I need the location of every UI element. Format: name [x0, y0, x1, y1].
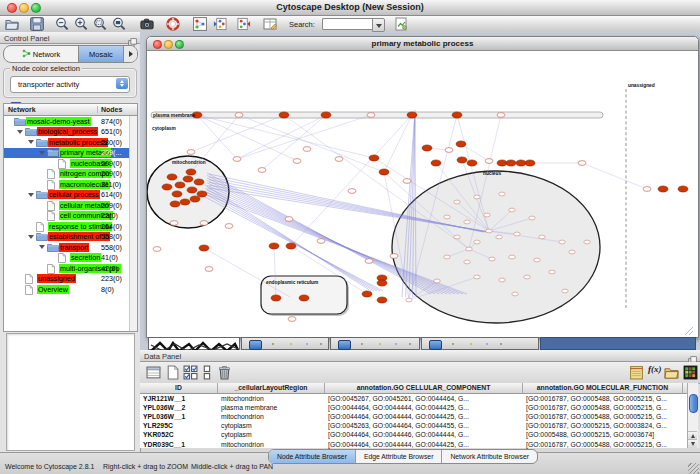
column-header[interactable]: annotation.GO MOLECULAR_FUNCTION: [523, 383, 683, 393]
window-titlebar[interactable]: Cytoscape Desktop (New Session): [0, 0, 700, 16]
selected-node[interactable]: [299, 295, 309, 301]
node[interactable]: [497, 113, 505, 118]
background-window[interactable]: [540, 337, 696, 350]
network-list-header[interactable]: Network Nodes: [4, 104, 137, 116]
edge[interactable]: [191, 115, 284, 152]
selected-node[interactable]: [422, 145, 432, 151]
node[interactable]: [466, 247, 472, 251]
node[interactable]: [549, 270, 555, 274]
selected-node[interactable]: [362, 291, 372, 297]
node[interactable]: [365, 259, 373, 264]
node[interactable]: [562, 289, 568, 293]
node[interactable]: [534, 258, 540, 262]
node[interactable]: [474, 275, 480, 279]
edge[interactable]: [204, 248, 290, 297]
disclosure-triangle-icon[interactable]: [28, 233, 36, 241]
node[interactable]: [335, 157, 343, 162]
node[interactable]: [509, 255, 515, 259]
tree-row[interactable]: Overview8(0): [4, 284, 130, 295]
selected-node[interactable]: [377, 280, 387, 286]
node[interactable]: [406, 298, 412, 302]
selected-node[interactable]: [678, 186, 688, 192]
background-window[interactable]: [241, 337, 329, 350]
table-scroll-thumb[interactable]: [689, 394, 698, 413]
edge[interactable]: [582, 163, 647, 189]
nucleus-region[interactable]: [392, 171, 600, 323]
node[interactable]: [445, 148, 453, 153]
vizmapper-icon[interactable]: [193, 17, 207, 31]
node[interactable]: [153, 247, 161, 252]
node[interactable]: [499, 278, 505, 282]
tree-row[interactable]: mosaic-demo-yeast874(0): [4, 116, 130, 127]
node[interactable]: [474, 195, 480, 199]
new-attribute-icon[interactable]: [165, 365, 180, 380]
attribute-function-icon[interactable]: f(x): [648, 364, 662, 374]
node[interactable]: [514, 232, 520, 236]
node[interactable]: [285, 217, 293, 222]
edge-bundle-line[interactable]: [205, 185, 371, 291]
node[interactable]: [293, 159, 301, 164]
unselect-attributes-icon[interactable]: [200, 365, 215, 380]
attribute-editor-icon[interactable]: [263, 17, 277, 31]
network-snapshot-icon[interactable]: [140, 17, 154, 31]
node[interactable]: [486, 229, 492, 233]
selected-node[interactable]: [457, 157, 467, 163]
disclosure-triangle-icon[interactable]: [28, 138, 36, 146]
search-input[interactable]: [322, 18, 373, 30]
node[interactable]: [317, 239, 325, 244]
node[interactable]: [489, 257, 495, 261]
tree-row[interactable]: multi-organism pro42(0): [4, 263, 130, 274]
node[interactable]: [578, 161, 586, 166]
import-attributes-icon[interactable]: [664, 365, 679, 380]
selected-node[interactable]: [269, 243, 279, 249]
node[interactable]: [584, 240, 590, 244]
search-go-icon[interactable]: [394, 17, 408, 31]
node[interactable]: [258, 168, 266, 173]
column-network[interactable]: Network: [8, 106, 36, 113]
selected-node[interactable]: [369, 155, 379, 161]
tab-mosaic[interactable]: Mosaic: [78, 46, 124, 62]
node[interactable]: [187, 150, 195, 155]
node[interactable]: [403, 179, 411, 184]
zoom-in-icon[interactable]: [74, 17, 88, 31]
selected-node[interactable]: [183, 176, 193, 182]
tree-row[interactable]: unassigned223(0): [4, 274, 130, 285]
tab-network-attribute-browser[interactable]: Network Attribute Browser: [442, 450, 537, 463]
tree-row[interactable]: metabolic process280(0): [4, 137, 130, 148]
node[interactable]: [454, 200, 460, 204]
selected-node[interactable]: [197, 191, 207, 197]
tab-node-attribute-browser[interactable]: Node Attribute Browser: [269, 450, 356, 463]
zoom-out-icon[interactable]: [55, 17, 69, 31]
node[interactable]: [512, 292, 518, 296]
canvas-resize-grip-icon[interactable]: [685, 327, 693, 335]
create-network-icon[interactable]: [213, 17, 227, 31]
node[interactable]: [205, 267, 213, 272]
column-header[interactable]: annotation.GO CELLULAR_COMPONENT: [325, 383, 523, 393]
node[interactable]: [499, 192, 505, 196]
node[interactable]: [348, 189, 356, 194]
scroll-thumb[interactable]: [249, 340, 262, 351]
tree-row[interactable]: cellular metabo209(0): [4, 200, 130, 211]
table-row[interactable]: YPL036W__1mitochondrion[GO:0044464, GO:0…: [140, 412, 688, 421]
column-nodes[interactable]: Nodes: [97, 106, 122, 113]
node[interactable]: [484, 213, 490, 217]
network-window-titlebar[interactable]: primary metabolic process: [147, 37, 698, 51]
select-attributes-icon[interactable]: [146, 365, 161, 380]
tree-row[interactable]: primary metabo209(...: [4, 148, 130, 159]
selected-node[interactable]: [271, 295, 281, 301]
node[interactable]: [235, 113, 243, 118]
table-row[interactable]: YKR052Ccytoplasm[GO:0044464, GO:0044446,…: [140, 430, 688, 439]
selected-node[interactable]: [186, 169, 196, 175]
disclosure-triangle-icon[interactable]: [28, 191, 36, 199]
node-color-select[interactable]: transporter activity: [10, 76, 130, 93]
help-lifesaver-icon[interactable]: [166, 17, 180, 31]
node[interactable]: [303, 147, 311, 152]
birdseye-overview-panel[interactable]: [6, 333, 135, 451]
selected-node[interactable]: [199, 245, 209, 251]
tree-row[interactable]: biological_process651(0): [4, 127, 130, 138]
attribute-notes-icon[interactable]: [629, 365, 644, 380]
node[interactable]: [170, 221, 178, 226]
zoom-fit-content-icon[interactable]: [112, 17, 126, 31]
selected-node[interactable]: [321, 112, 331, 118]
selected-node[interactable]: [279, 112, 289, 118]
